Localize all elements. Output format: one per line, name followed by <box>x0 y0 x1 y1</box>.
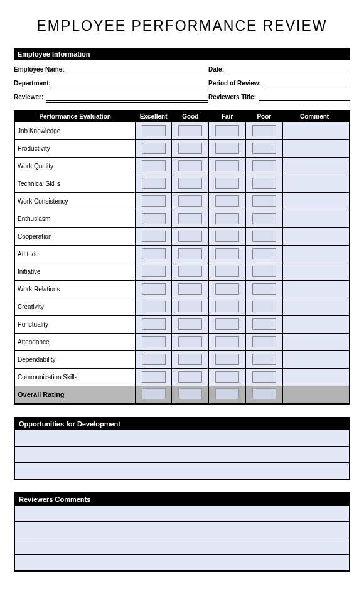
rating-poor[interactable] <box>245 122 282 140</box>
col-excellent: Excellent <box>135 111 172 122</box>
rating-poor[interactable] <box>245 351 282 369</box>
overall-good[interactable] <box>172 386 209 404</box>
rating-good[interactable] <box>172 316 209 334</box>
rating-excellent[interactable] <box>135 210 172 228</box>
rating-comment[interactable] <box>282 298 350 316</box>
rating-fair[interactable] <box>209 351 246 369</box>
rating-fair[interactable] <box>209 228 246 246</box>
rating-excellent[interactable] <box>135 298 172 316</box>
rating-fair[interactable] <box>209 298 246 316</box>
rating-fair[interactable] <box>209 210 246 228</box>
rating-good[interactable] <box>172 228 209 246</box>
comments-line[interactable] <box>15 538 349 554</box>
rating-poor[interactable] <box>245 263 282 281</box>
input-period[interactable] <box>264 79 350 87</box>
rating-good[interactable] <box>172 298 209 316</box>
rating-poor[interactable] <box>245 175 282 193</box>
rating-poor[interactable] <box>245 369 282 386</box>
rating-fair[interactable] <box>209 158 246 175</box>
comments-line[interactable] <box>15 554 349 570</box>
rating-excellent[interactable] <box>135 158 172 175</box>
label-employee-name: Employee Name: <box>14 66 65 73</box>
rating-comment[interactable] <box>282 246 350 263</box>
opportunities-line[interactable] <box>15 462 349 479</box>
input-reviewer-title[interactable] <box>259 92 350 101</box>
rating-fair[interactable] <box>209 140 246 158</box>
comments-line[interactable] <box>15 521 349 538</box>
input-reviewer[interactable] <box>46 92 208 101</box>
input-date[interactable] <box>227 65 350 73</box>
rating-comment[interactable] <box>282 140 350 158</box>
rating-good[interactable] <box>172 175 209 193</box>
rating-excellent[interactable] <box>135 193 172 210</box>
rating-comment[interactable] <box>282 122 350 140</box>
rating-good[interactable] <box>172 140 209 158</box>
opportunities-line[interactable] <box>15 446 349 462</box>
rating-excellent[interactable] <box>135 228 172 246</box>
rating-comment[interactable] <box>282 210 350 228</box>
rating-good[interactable] <box>172 246 209 263</box>
rating-poor[interactable] <box>245 334 282 351</box>
rating-good[interactable] <box>172 351 209 369</box>
rating-poor[interactable] <box>245 298 282 316</box>
rating-excellent[interactable] <box>135 316 172 334</box>
rating-comment[interactable] <box>282 263 350 281</box>
rating-comment[interactable] <box>282 158 350 175</box>
rating-poor[interactable] <box>245 158 282 175</box>
rating-excellent[interactable] <box>135 351 172 369</box>
rating-comment[interactable] <box>282 351 350 369</box>
rating-poor[interactable] <box>245 193 282 210</box>
opportunities-line[interactable] <box>15 430 349 446</box>
rating-excellent[interactable] <box>135 175 172 193</box>
rating-excellent[interactable] <box>135 263 172 281</box>
rating-excellent[interactable] <box>135 369 172 386</box>
rating-poor[interactable] <box>245 316 282 334</box>
rating-good[interactable] <box>172 193 209 210</box>
label-reviewer-title: Reviewers Title: <box>208 94 256 101</box>
rating-fair[interactable] <box>209 334 246 351</box>
rating-fair[interactable] <box>209 369 246 386</box>
rating-fair[interactable] <box>209 122 246 140</box>
overall-poor[interactable] <box>245 386 282 404</box>
rating-poor[interactable] <box>245 281 282 298</box>
rating-comment[interactable] <box>282 334 350 351</box>
rating-fair[interactable] <box>209 175 246 193</box>
rating-good[interactable] <box>172 369 209 386</box>
rating-excellent[interactable] <box>135 246 172 263</box>
rating-comment[interactable] <box>282 281 350 298</box>
rating-excellent[interactable] <box>135 140 172 158</box>
rating-comment[interactable] <box>282 369 350 386</box>
rating-fair[interactable] <box>209 316 246 334</box>
rating-comment[interactable] <box>282 193 350 210</box>
overall-excellent[interactable] <box>135 386 172 404</box>
rating-poor[interactable] <box>245 140 282 158</box>
rating-fair[interactable] <box>209 281 246 298</box>
rating-fair[interactable] <box>209 263 246 281</box>
rating-excellent[interactable] <box>135 281 172 298</box>
rating-good[interactable] <box>172 122 209 140</box>
criteria-row: Attitude <box>14 246 350 263</box>
rating-poor[interactable] <box>245 246 282 263</box>
rating-good[interactable] <box>172 334 209 351</box>
rating-comment[interactable] <box>282 228 350 246</box>
comments-line[interactable] <box>15 505 349 521</box>
rating-comment[interactable] <box>282 316 350 334</box>
rating-good[interactable] <box>172 263 209 281</box>
opportunities-header: Opportunities for Development <box>15 418 349 430</box>
input-employee-name[interactable] <box>67 65 208 73</box>
rating-good[interactable] <box>172 210 209 228</box>
rating-comment[interactable] <box>282 175 350 193</box>
rating-poor[interactable] <box>245 228 282 246</box>
rating-excellent[interactable] <box>135 334 172 351</box>
rating-fair[interactable] <box>209 246 246 263</box>
rating-good[interactable] <box>172 281 209 298</box>
rating-good[interactable] <box>172 158 209 175</box>
criteria-row: Enthusiasm <box>14 210 350 228</box>
input-department[interactable] <box>53 79 208 87</box>
rating-poor[interactable] <box>245 210 282 228</box>
rating-excellent[interactable] <box>135 122 172 140</box>
overall-comment[interactable] <box>282 386 350 404</box>
overall-fair[interactable] <box>209 386 246 404</box>
criteria-row: Initiative <box>14 263 350 281</box>
rating-fair[interactable] <box>209 193 246 210</box>
